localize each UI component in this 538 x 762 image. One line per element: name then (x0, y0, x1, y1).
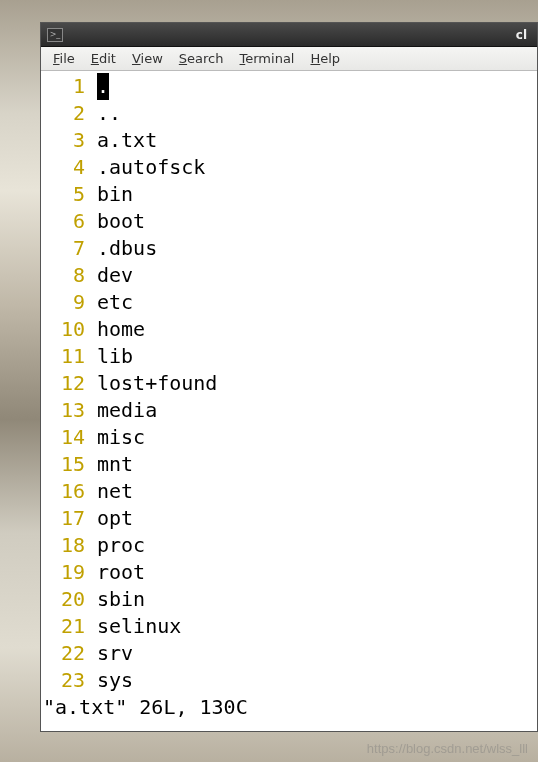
editor-line: 18proc (41, 532, 537, 559)
line-number: 20 (41, 586, 97, 613)
menu-help[interactable]: Help (302, 49, 348, 68)
editor-line: 21selinux (41, 613, 537, 640)
editor-line: 14misc (41, 424, 537, 451)
line-content: etc (97, 289, 133, 316)
editor-line: 15mnt (41, 451, 537, 478)
editor-line: 4.autofsck (41, 154, 537, 181)
line-number: 17 (41, 505, 97, 532)
window-title: cl (69, 28, 531, 42)
line-content: .. (97, 100, 121, 127)
line-number: 19 (41, 559, 97, 586)
line-content: net (97, 478, 133, 505)
line-number: 13 (41, 397, 97, 424)
editor-line: 13media (41, 397, 537, 424)
menu-edit[interactable]: Edit (83, 49, 124, 68)
line-content: sys (97, 667, 133, 694)
menu-search[interactable]: Search (171, 49, 232, 68)
line-content: root (97, 559, 145, 586)
line-content: bin (97, 181, 133, 208)
menu-view[interactable]: View (124, 49, 171, 68)
line-content: . (97, 73, 109, 100)
line-number: 3 (41, 127, 97, 154)
line-number: 4 (41, 154, 97, 181)
line-number: 7 (41, 235, 97, 262)
line-number: 15 (41, 451, 97, 478)
menu-terminal[interactable]: Terminal (232, 49, 303, 68)
line-number: 5 (41, 181, 97, 208)
editor-line: 23sys (41, 667, 537, 694)
line-content: lost+found (97, 370, 217, 397)
line-number: 21 (41, 613, 97, 640)
line-number: 23 (41, 667, 97, 694)
editor-line: 16net (41, 478, 537, 505)
line-number: 6 (41, 208, 97, 235)
line-content: .dbus (97, 235, 157, 262)
line-number: 22 (41, 640, 97, 667)
editor-line: 10home (41, 316, 537, 343)
editor-line: 20sbin (41, 586, 537, 613)
line-number: 10 (41, 316, 97, 343)
line-content: proc (97, 532, 145, 559)
line-number: 12 (41, 370, 97, 397)
line-content: opt (97, 505, 133, 532)
editor-line: 7.dbus (41, 235, 537, 262)
terminal-window: >_ cl File Edit View Search Terminal Hel… (40, 22, 538, 732)
line-number: 11 (41, 343, 97, 370)
titlebar[interactable]: >_ cl (41, 23, 537, 47)
editor-line: 5bin (41, 181, 537, 208)
editor-line: 8dev (41, 262, 537, 289)
line-content: home (97, 316, 145, 343)
line-number: 9 (41, 289, 97, 316)
line-content: a.txt (97, 127, 157, 154)
line-number: 14 (41, 424, 97, 451)
line-content: dev (97, 262, 133, 289)
watermark: https://blog.csdn.net/wlss_lll (367, 741, 528, 756)
vim-status-line: "a.txt" 26L, 130C (41, 694, 537, 721)
line-content: mnt (97, 451, 133, 478)
line-content: misc (97, 424, 145, 451)
editor-line: 11lib (41, 343, 537, 370)
editor-line: 2.. (41, 100, 537, 127)
line-content: srv (97, 640, 133, 667)
cursor: . (97, 73, 109, 100)
editor-line: 6boot (41, 208, 537, 235)
line-content: lib (97, 343, 133, 370)
editor-line: 9etc (41, 289, 537, 316)
line-number: 18 (41, 532, 97, 559)
line-number: 16 (41, 478, 97, 505)
editor-line: 17opt (41, 505, 537, 532)
line-content: boot (97, 208, 145, 235)
editor-line: 19root (41, 559, 537, 586)
line-content: .autofsck (97, 154, 205, 181)
line-number: 2 (41, 100, 97, 127)
menu-file[interactable]: File (45, 49, 83, 68)
editor-line: 3a.txt (41, 127, 537, 154)
editor-line: 1. (41, 73, 537, 100)
editor-line: 12lost+found (41, 370, 537, 397)
terminal-content[interactable]: 1.2..3a.txt4.autofsck5bin6boot7.dbus8dev… (41, 71, 537, 731)
line-content: selinux (97, 613, 181, 640)
menubar: File Edit View Search Terminal Help (41, 47, 537, 71)
line-content: media (97, 397, 157, 424)
line-number: 1 (41, 73, 97, 100)
line-number: 8 (41, 262, 97, 289)
window-icon: >_ (47, 28, 63, 42)
line-content: sbin (97, 586, 145, 613)
editor-line: 22srv (41, 640, 537, 667)
